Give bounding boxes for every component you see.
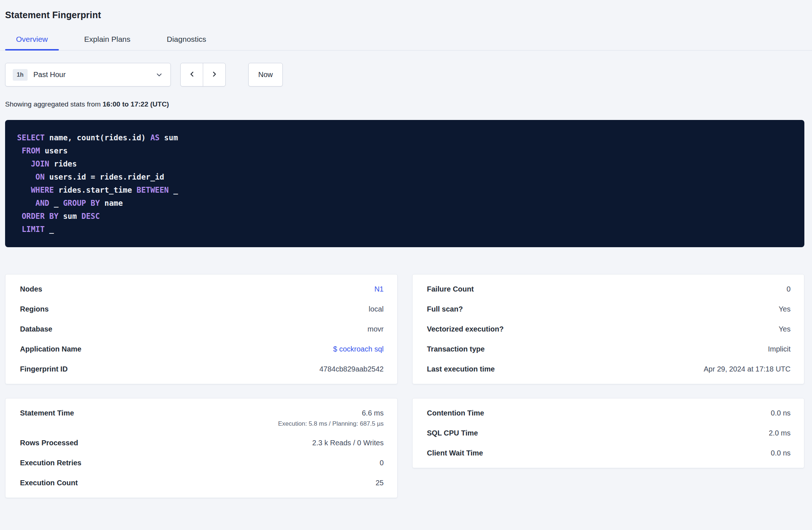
detail-row: Database movr (20, 319, 384, 339)
tab-diagnostics[interactable]: Diagnostics (156, 35, 217, 50)
detail-row: Execution Retries 0 (20, 453, 384, 473)
timing-cards-row: Statement Time 6.6 ms Execution: 5.8 ms … (5, 398, 804, 498)
detail-row-value-group: Apr 29, 2024 at 17:18 UTC (704, 364, 791, 374)
time-range-dropdown[interactable]: 1h Past Hour (5, 63, 171, 87)
detail-row: Failure Count 0 (427, 279, 791, 299)
detail-row-value-group: 0 (787, 284, 791, 294)
detail-row-label: Nodes (20, 284, 42, 294)
detail-row-value: 0 (379, 458, 383, 468)
detail-row-label: Rows Processed (20, 438, 78, 448)
detail-row-value: Yes (779, 324, 791, 334)
detail-row-label: Database (20, 324, 52, 334)
detail-row: Nodes N1 (20, 279, 384, 299)
detail-row-label: Execution Count (20, 478, 78, 488)
detail-row: SQL CPU Time 2.0 ms (427, 423, 791, 443)
detail-row-value-group: 4784cb829aab2542 (319, 364, 384, 374)
detail-row-value: 0.0 ns (771, 448, 791, 458)
aggregated-stats-line: Showing aggregated stats from 16:00 to 1… (5, 100, 804, 108)
detail-row-label: Client Wait Time (427, 448, 483, 458)
detail-row-label: Failure Count (427, 284, 474, 294)
detail-row: Rows Processed 2.3 k Reads / 0 Writes (20, 433, 384, 453)
detail-row-value: 2.0 ms (769, 428, 791, 438)
detail-row-value-group: 2.3 k Reads / 0 Writes (312, 438, 383, 448)
tab-explain-plans[interactable]: Explain Plans (73, 35, 141, 50)
detail-row-value-group: 0.0 ns (771, 448, 791, 458)
chevron-left-icon (188, 70, 196, 79)
chevron-right-icon (210, 70, 218, 79)
detail-row-value: 0 (787, 284, 791, 294)
detail-row-value-group: 0 (379, 458, 383, 468)
detail-row-label: Regions (20, 304, 49, 314)
detail-row-label: Application Name (20, 344, 81, 354)
detail-row: Vectorized execution? Yes (427, 319, 791, 339)
detail-row-value-group: 25 (375, 478, 383, 488)
time-range-label: Past Hour (33, 71, 155, 79)
detail-row-label: Vectorized execution? (427, 324, 504, 334)
detail-row-value: Apr 29, 2024 at 17:18 UTC (704, 364, 791, 374)
sql-statement-box: SELECT name, count(rides.id) AS sum FROM… (5, 120, 804, 247)
detail-row-subvalue: Execution: 5.8 ms / Planning: 687.5 µs (278, 419, 383, 428)
detail-row-value-group: Yes (779, 324, 791, 334)
detail-row-label: Statement Time (20, 408, 74, 418)
stats-prefix: Showing aggregated stats from (5, 100, 102, 108)
time-range-nav (180, 63, 226, 87)
tab-overview[interactable]: Overview (5, 35, 59, 50)
time-range-badge: 1h (13, 69, 28, 81)
details-cards-row: Nodes N1 Regions local Database movr App… (5, 274, 804, 384)
statement-fingerprint-page: Statement Fingerprint Overview Explain P… (0, 0, 812, 498)
execution-details-card: Failure Count 0 Full scan? Yes Vectorize… (412, 274, 805, 384)
now-button[interactable]: Now (248, 63, 283, 87)
detail-row-label: Full scan? (427, 304, 463, 314)
detail-row-label: Last execution time (427, 364, 495, 374)
detail-row: Transaction type Implicit (427, 339, 791, 359)
detail-row-value: local (369, 304, 383, 314)
detail-row-label: Transaction type (427, 344, 485, 354)
detail-row-value: Yes (779, 304, 791, 314)
detail-row-value-group: $ cockroach sql (333, 344, 384, 354)
page-title: Statement Fingerprint (5, 0, 804, 20)
statement-details-card: Nodes N1 Regions local Database movr App… (5, 274, 398, 384)
detail-row: Contention Time 0.0 ns (427, 403, 791, 423)
detail-row-value-group: 2.0 ms (769, 428, 791, 438)
chevron-down-icon (155, 71, 163, 79)
detail-row-value-group: 6.6 ms Execution: 5.8 ms / Planning: 687… (278, 408, 383, 428)
detail-row: Execution Count 25 (20, 473, 384, 493)
detail-row-value-group: movr (367, 324, 383, 334)
statement-timing-card: Statement Time 6.6 ms Execution: 5.8 ms … (5, 398, 398, 498)
detail-row-value[interactable]: $ cockroach sql (333, 344, 384, 354)
detail-row-label: Execution Retries (20, 458, 81, 468)
detail-row: Last execution time Apr 29, 2024 at 17:1… (427, 359, 791, 379)
tab-bar: Overview Explain Plans Diagnostics (0, 35, 812, 51)
detail-row-value: 6.6 ms (362, 408, 383, 418)
detail-row-value: 25 (375, 478, 383, 488)
detail-row: Statement Time 6.6 ms Execution: 5.8 ms … (20, 403, 384, 433)
detail-row: Full scan? Yes (427, 299, 791, 319)
detail-row-value-group: 0.0 ns (771, 408, 791, 418)
detail-row-label: Fingerprint ID (20, 364, 68, 374)
detail-row-value: movr (367, 324, 383, 334)
detail-row-value: 2.3 k Reads / 0 Writes (312, 438, 383, 448)
wait-timing-card: Contention Time 0.0 ns SQL CPU Time 2.0 … (412, 398, 805, 468)
detail-row-label: Contention Time (427, 408, 484, 418)
detail-row-label: SQL CPU Time (427, 428, 478, 438)
detail-row-value-group: local (369, 304, 383, 314)
next-range-button[interactable] (203, 63, 226, 87)
stats-range: 16:00 to 17:22 (UTC) (102, 100, 169, 108)
detail-row-value-group: N1 (374, 284, 384, 294)
detail-row-value: 4784cb829aab2542 (319, 364, 384, 374)
detail-row-value[interactable]: N1 (374, 284, 384, 294)
detail-row: Regions local (20, 299, 384, 319)
detail-row: Client Wait Time 0.0 ns (427, 443, 791, 463)
detail-row-value: Implicit (768, 344, 791, 354)
detail-row: Application Name $ cockroach sql (20, 339, 384, 359)
detail-row-value-group: Implicit (768, 344, 791, 354)
previous-range-button[interactable] (180, 63, 203, 87)
time-controls: 1h Past Hour Now (5, 63, 804, 87)
detail-row: Fingerprint ID 4784cb829aab2542 (20, 359, 384, 379)
detail-row-value: 0.0 ns (771, 408, 791, 418)
detail-row-value-group: Yes (779, 304, 791, 314)
